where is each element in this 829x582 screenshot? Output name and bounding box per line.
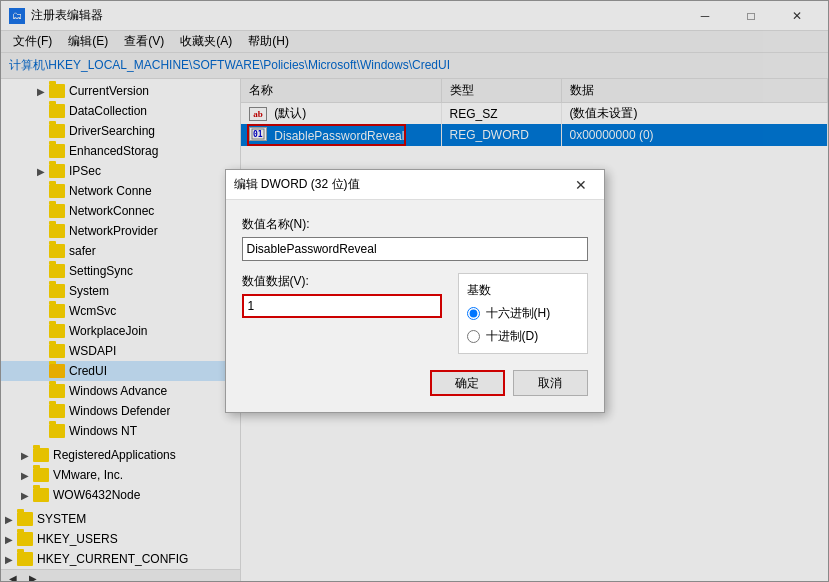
name-input[interactable] (242, 237, 588, 261)
dialog-name-field: 数值名称(N): (242, 216, 588, 261)
base-label: 基数 (467, 282, 579, 299)
dialog-buttons: 确定 取消 (242, 370, 588, 396)
radio-dec-label: 十进制(D) (486, 328, 539, 345)
radio-dec[interactable]: 十进制(D) (467, 328, 579, 345)
dialog-base-section: 基数 十六进制(H) 十进制(D) (458, 273, 588, 354)
dialog-close-button[interactable]: ✕ (566, 173, 596, 197)
data-label: 数值数据(V): (242, 273, 442, 290)
cancel-button[interactable]: 取消 (513, 370, 588, 396)
radio-hex-input[interactable] (467, 307, 480, 320)
dialog-value-section: 数值数据(V): (242, 273, 442, 354)
radio-group: 十六进制(H) 十进制(D) (467, 305, 579, 345)
name-label: 数值名称(N): (242, 216, 588, 233)
edit-dword-dialog: 编辑 DWORD (32 位)值 ✕ 数值名称(N): 数值数据(V): 基数 (225, 169, 605, 413)
radio-hex-label: 十六进制(H) (486, 305, 551, 322)
ok-button[interactable]: 确定 (430, 370, 505, 396)
radio-dec-input[interactable] (467, 330, 480, 343)
dialog-overlay: 编辑 DWORD (32 位)值 ✕ 数值名称(N): 数值数据(V): 基数 (0, 0, 829, 582)
radio-hex[interactable]: 十六进制(H) (467, 305, 579, 322)
dialog-data-row: 数值数据(V): 基数 十六进制(H) 十进制(D) (242, 273, 588, 354)
dialog-body: 数值名称(N): 数值数据(V): 基数 十六进制(H) (226, 200, 604, 412)
value-input[interactable] (242, 294, 442, 318)
dialog-title-bar: 编辑 DWORD (32 位)值 ✕ (226, 170, 604, 200)
dialog-title: 编辑 DWORD (32 位)值 (234, 176, 566, 193)
